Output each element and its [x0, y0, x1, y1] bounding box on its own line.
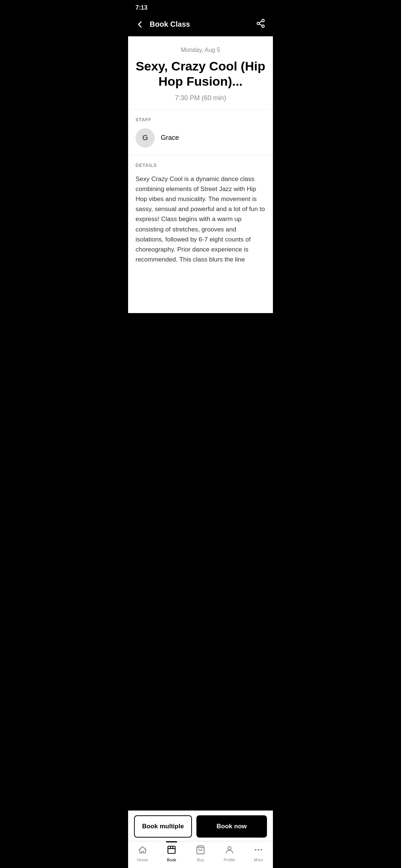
header-left: Book Class — [134, 19, 190, 30]
share-button[interactable] — [254, 17, 267, 32]
staff-name: Grace — [161, 134, 179, 142]
class-title: Sexy, Crazy Cool (Hip Hop Fusion)... — [136, 59, 265, 89]
svg-point-0 — [262, 19, 264, 22]
back-button[interactable] — [134, 19, 146, 30]
svg-point-2 — [262, 25, 264, 27]
details-text: Sexy Crazy Cool is a dynamic dance class… — [136, 174, 265, 265]
class-date: Monday, Aug 5 — [136, 47, 265, 53]
svg-line-3 — [259, 24, 262, 26]
class-time: 7:30 PM (60 min) — [136, 94, 265, 102]
staff-section: STAFF G Grace — [128, 110, 273, 155]
details-section: DETAILS Sexy Crazy Cool is a dynamic dan… — [128, 155, 273, 302]
back-icon — [136, 20, 144, 29]
class-info-section: Monday, Aug 5 Sexy, Crazy Cool (Hip Hop … — [128, 36, 273, 110]
staff-row: G Grace — [136, 128, 265, 148]
share-icon — [256, 19, 265, 28]
main-content: Monday, Aug 5 Sexy, Crazy Cool (Hip Hop … — [128, 36, 273, 313]
status-bar: 7:13 — [128, 0, 273, 14]
header: Book Class — [128, 14, 273, 36]
staff-avatar: G — [136, 128, 155, 148]
details-label: DETAILS — [136, 163, 265, 168]
page-title: Book Class — [150, 20, 190, 29]
status-time: 7:13 — [136, 4, 147, 11]
svg-point-1 — [257, 22, 260, 25]
svg-line-4 — [259, 21, 262, 23]
staff-label: STAFF — [136, 117, 265, 122]
